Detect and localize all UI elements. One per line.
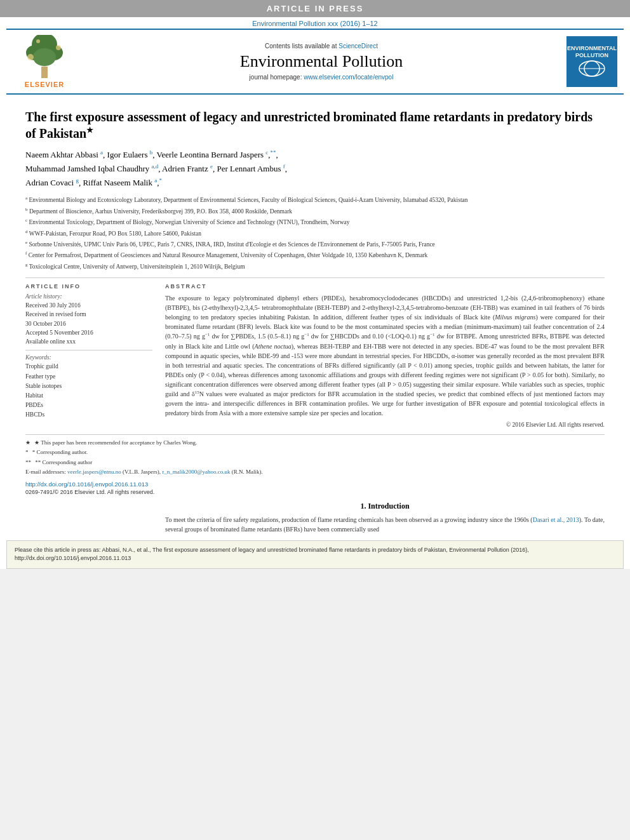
fn-email1-link[interactable]: veerle.jaspers@ntnu.no (67, 469, 121, 475)
svg-point-6 (56, 45, 61, 50)
keywords-list: Trophic guild Feather type Stable isotop… (25, 362, 152, 420)
aff-c-text: Environmental Toxicology, Department of … (29, 219, 349, 225)
elsevier-text: ELSEVIER (25, 81, 64, 88)
copyright-text: © 2016 Elsevier Ltd. All rights reserved… (165, 422, 605, 428)
journal-header: ELSEVIER Contents lists available at Sci… (6, 29, 624, 95)
accepted-date: Accepted 5 November 2016 (25, 328, 152, 337)
author-sup-a: a (100, 149, 103, 156)
intro-section: 1. Introduction To meet the criteria of … (25, 495, 605, 534)
fn-star-symbol: ★ (25, 439, 30, 446)
title-footnote: ★ (86, 126, 93, 135)
received-revised-date: 30 October 2016 (25, 319, 152, 328)
article-in-press-banner: ARTICLE IN PRESS (0, 0, 630, 17)
elsevier-logo: ELSEVIER (13, 35, 76, 88)
journal-homepage: journal homepage: www.elsevier.com/locat… (83, 74, 560, 81)
journal-ref-text: Environmental Pollution xxx (2016) 1–12 (252, 20, 378, 27)
fn-2: * * Corresponding author. (25, 448, 605, 457)
sciencedirect-link[interactable]: ScienceDirect (338, 43, 378, 50)
aff-f-text: Center for Permafrost, Department of Geo… (29, 253, 428, 259)
footnotes-area: ★ ★ This paper has been recommended for … (25, 434, 605, 477)
abstract-col: ABSTRACT The exposure to legacy polybrom… (165, 283, 605, 428)
fn-2-text: * Corresponding author. (32, 449, 88, 455)
article-info-col: ARTICLE INFO Article history: Received 3… (25, 283, 152, 428)
ep-logo: ENVIRONMENTAL POLLUTION (566, 36, 617, 87)
dasari-ref[interactable]: Dasari et al., 2013 (533, 516, 579, 523)
author-sup-ss: ** (271, 149, 276, 156)
affiliations: a Environmental Biology and Ecotoxicolog… (25, 195, 605, 271)
issn-text: 0269-7491/© 2016 Elsevier Ltd. All right… (25, 489, 605, 495)
doi-section: http://dx.doi.org/10.1016/j.envpol.2016.… (25, 481, 605, 495)
sciencedirect-info: Contents lists available at ScienceDirec… (83, 43, 560, 50)
fn-name1: (V.L.B. Jaspers), (123, 469, 161, 475)
aff-a-text: Environmental Biology and Ecotoxicology … (29, 197, 467, 204)
history-dates: Received 30 July 2016 Received in revise… (25, 301, 152, 346)
keyword-5: PBDEs (25, 401, 152, 410)
author-sup-e: e (210, 163, 213, 170)
journal-center-info: Contents lists available at ScienceDirec… (83, 43, 560, 81)
aff-sup-g: g (25, 262, 28, 267)
intro-section-number: 1. Introduction (165, 502, 605, 511)
aff-sup-e: e (25, 240, 27, 245)
keyword-1: Trophic guild (25, 362, 152, 371)
article-info-header: ARTICLE INFO (25, 283, 152, 290)
keyword-4: Habitat (25, 391, 152, 401)
authors-line: Naeem Akhtar Abbasi a, Igor Eulaers b, V… (25, 148, 605, 190)
author-sup-ad: a,d (152, 163, 159, 170)
divider-1 (25, 350, 152, 350)
received-date: Received 30 July 2016 (25, 301, 152, 310)
aff-sup-a: a (25, 196, 27, 201)
fn-email2-link[interactable]: r_n_malik2000@yahoo.co.uk (162, 469, 230, 475)
fn-1: ★ ★ This paper has been recommended for … (25, 439, 605, 448)
author-sup-a2: a (154, 177, 157, 183)
author-sup-c: c (265, 149, 268, 156)
received-revised-label: Received in revised form (25, 310, 152, 319)
homepage-url[interactable]: www.elsevier.com/locate/envpol (304, 74, 393, 81)
svg-point-5 (27, 54, 34, 60)
citation-text: Please cite this article in press as: Ab… (15, 547, 529, 562)
aff-sup-c: c (25, 218, 27, 223)
page: ARTICLE IN PRESS Environmental Pollution… (0, 0, 630, 569)
article-title-text: The first exposure assessment of legacy … (25, 110, 593, 140)
author-sup-g: g (76, 177, 79, 183)
banner-text: ARTICLE IN PRESS (267, 4, 364, 13)
keyword-3: Stable isotopes (25, 382, 152, 391)
keyword-2: Feather type (25, 372, 152, 382)
svg-point-7 (36, 39, 40, 43)
author-sup-s: * (159, 177, 162, 183)
keywords-label: Keywords: (25, 354, 152, 361)
fn-email: E-mail addresses: veerle.jaspers@ntnu.no… (25, 468, 605, 477)
fn-3-text: ** Corresponding author (35, 459, 92, 465)
author-sup-f: f (283, 163, 285, 170)
abstract-text: The exposure to legacy polybrominated di… (165, 293, 605, 418)
aff-sup-d: d (25, 229, 28, 234)
doi-link[interactable]: http://dx.doi.org/10.1016/j.envpol.2016.… (25, 481, 148, 488)
abstract-header: ABSTRACT (165, 283, 605, 290)
aff-sup-f: f (25, 251, 27, 256)
intro-right-content: 1. Introduction To meet the criteria of … (165, 495, 605, 534)
intro-paragraph: To meet the criteria of fire safety regu… (165, 515, 605, 534)
ep-logo-graphic (576, 59, 608, 78)
svg-point-8 (41, 66, 48, 70)
available-online: Available online xxx (25, 337, 152, 346)
keyword-6: HBCDs (25, 410, 152, 420)
aff-b-text: Department of Bioscience, Aarhus Univers… (29, 208, 292, 215)
fn-star-single: * (25, 449, 29, 455)
fn-email-prefix: E-mail addresses: (25, 469, 66, 475)
aff-g-text: Toxicological Centre, University of Antw… (29, 263, 245, 270)
ep-logo-title: ENVIRONMENTAL POLLUTION (567, 45, 617, 59)
journal-title: Environmental Pollution (83, 52, 560, 71)
aff-d-text: WWF-Pakistan, Ferozpur Road, PO Box 5180… (29, 230, 201, 237)
sciencedirect-prefix: Contents lists available at (265, 43, 337, 50)
intro-left-spacer (25, 495, 152, 534)
aff-e-text: Sorbonne Universités, UPMC Univ Paris 06… (29, 241, 434, 248)
elsevier-tree-icon (19, 35, 70, 79)
fn-name2: (R.N. Malik). (232, 469, 263, 475)
svg-point-4 (33, 48, 56, 66)
article-history-label: Article history: (25, 293, 152, 300)
main-content: The first exposure assessment of legacy … (0, 95, 630, 428)
author-sup-b: b (150, 149, 153, 156)
two-column-section: ARTICLE INFO Article history: Received 3… (25, 277, 605, 428)
journal-reference: Environmental Pollution xxx (2016) 1–12 (0, 17, 630, 29)
aff-sup-b: b (25, 207, 28, 212)
citation-bar: Please cite this article in press as: Ab… (6, 540, 624, 569)
